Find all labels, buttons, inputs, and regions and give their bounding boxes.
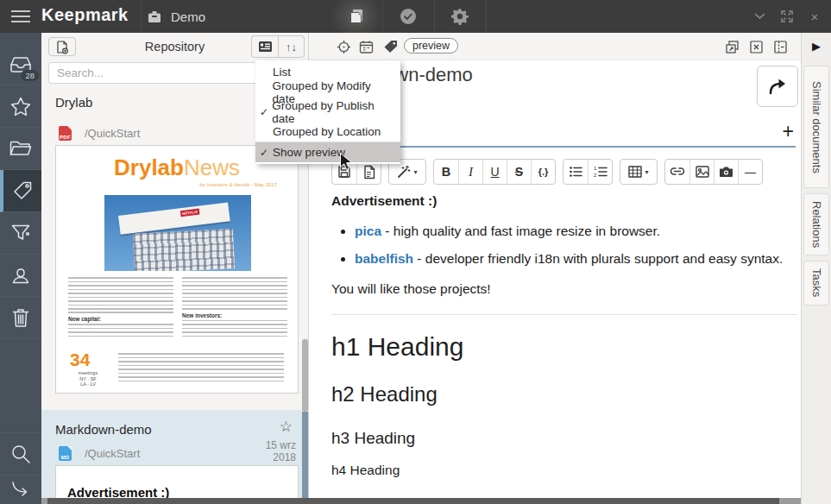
sidebar-item-tags[interactable]	[0, 170, 41, 212]
content-bullet-list: pica - high quality and fast image resiz…	[331, 220, 797, 269]
code-button[interactable]: {.}	[531, 160, 555, 184]
sort-button[interactable]: ↑↓	[278, 35, 305, 58]
strikethrough-button[interactable]: S	[507, 160, 531, 184]
pdf-stat-text	[118, 353, 284, 382]
bullet-list-button[interactable]	[563, 160, 588, 184]
md-file-icon: MD	[59, 446, 72, 461]
list-item-markdown-demo[interactable]: Markdown-demo ☆ MD /QuickStart 15 wrz 20…	[41, 410, 303, 504]
tab-tasks[interactable]: Tasks	[803, 261, 829, 306]
tab-demo[interactable]: Demo	[147, 0, 205, 33]
sidebar-item-contacts[interactable]	[0, 255, 41, 297]
sidebar-search-button[interactable]	[0, 432, 41, 475]
calendar-icon[interactable]	[359, 40, 374, 54]
content-heading: Advertisement :)	[331, 193, 797, 209]
menu-item-grouped-publish-date[interactable]: ✓Grouped by Publish date	[255, 102, 400, 122]
window-dock-icon[interactable]	[773, 40, 788, 54]
document-content[interactable]: Advertisement :) pica - high quality and…	[331, 193, 797, 478]
numbered-list-button[interactable]: 12	[588, 160, 612, 184]
app-title: Keepmark	[41, 5, 129, 25]
hamburger-menu-icon[interactable]	[11, 10, 30, 22]
tag-filled-icon[interactable]	[383, 39, 399, 54]
settings-button[interactable]	[434, 0, 486, 33]
sidebar-item-trash[interactable]	[0, 297, 41, 339]
pdf-stat-number: 34	[70, 351, 90, 369]
popout-window-icon[interactable]	[725, 40, 740, 54]
window-close-x-icon[interactable]	[749, 40, 764, 54]
titlebar: Keepmark Demo	[0, 0, 831, 33]
window-close-icon[interactable]: ×	[807, 9, 822, 24]
repository-scrollbar-thumb[interactable]	[302, 339, 308, 412]
content-divider	[331, 314, 797, 315]
table-button[interactable]: ▾	[620, 160, 657, 184]
left-sidebar: 28	[0, 33, 41, 504]
tags-divider	[331, 146, 796, 148]
app-window: Keepmark Demo	[0, 0, 831, 504]
selected-item-scroll-strip	[302, 412, 308, 504]
horizontal-scrollbar[interactable]	[41, 498, 801, 504]
sidebar-item-favorites[interactable]	[0, 85, 41, 128]
content-h4: h4 Heading	[331, 463, 797, 478]
link-button[interactable]	[665, 160, 689, 184]
favorite-star-icon[interactable]: ☆	[280, 418, 293, 436]
svg-text:2: 2	[594, 173, 597, 178]
svg-text:1: 1	[594, 166, 597, 171]
sidebar-item-inbox[interactable]: 28	[0, 43, 41, 85]
right-sidebar: ▶ Similar documents Relations Tasks	[801, 33, 831, 504]
drylab-subtitle: for investors & friends - May 2017	[199, 182, 277, 187]
share-button[interactable]	[757, 66, 798, 107]
pdf-text-column-1: New capital:	[68, 277, 173, 339]
menu-item-show-preview[interactable]: ✓Show preview	[255, 142, 400, 162]
content-paragraph: You will like those projects!	[331, 281, 797, 297]
menu-item-grouped-location[interactable]: ✓Grouped by Location	[255, 122, 400, 142]
locate-document-icon[interactable]	[337, 40, 351, 54]
tab-similar-documents[interactable]: Similar documents	[803, 66, 829, 188]
insert-image-button[interactable]	[689, 160, 714, 184]
tasks-view-button[interactable]	[382, 0, 434, 33]
item-title: Markdown-demo	[55, 422, 152, 437]
pdf-text-column-2: New investors:	[182, 277, 287, 339]
horizontal-scrollbar-thumb[interactable]	[47, 498, 779, 504]
view-options-button[interactable]	[251, 35, 278, 58]
check-circle-icon	[399, 7, 418, 26]
sidebar-jump-button[interactable]	[0, 475, 41, 504]
window-minimize-chevron-icon[interactable]	[752, 9, 767, 24]
document-row-pdf[interactable]: PDF /QuickStart	[59, 126, 140, 141]
view-options-menu: ✓List ✓Grouped by Modify date ✓Grouped b…	[255, 60, 400, 164]
sidebar-item-filters[interactable]	[0, 212, 41, 255]
content-h3: h3 Heading	[331, 429, 797, 448]
publish-date: 15 wrz 2018	[266, 439, 296, 463]
list-item: pica - high quality and fast image resiz…	[355, 220, 797, 242]
building-sign-label: NETFLIX	[180, 209, 200, 217]
pdf-preview-card[interactable]: DrylabNews for investors & friends - May…	[55, 145, 299, 394]
content-h2: h2 Heading	[331, 382, 797, 406]
sidebar-item-folders[interactable]	[0, 128, 41, 170]
inbox-count-badge: 28	[21, 70, 39, 81]
repository-box-icon	[147, 9, 162, 24]
building-photo: NETFLIX	[104, 195, 251, 271]
pica-link[interactable]: pica	[355, 224, 381, 238]
window-maximize-icon[interactable]	[779, 9, 795, 24]
repository-header: Repository ↑↓	[41, 33, 308, 60]
list-item: babelfish - developer friendly i18n with…	[355, 248, 797, 269]
horizontal-rule-button[interactable]: —	[738, 160, 762, 184]
pdf-stat-caption: meetings NY - SF LA - LV	[68, 370, 108, 387]
camera-button[interactable]	[714, 160, 738, 184]
group-label-drylab[interactable]: Drylab	[55, 95, 92, 110]
tag-chip-preview[interactable]: preview	[404, 38, 458, 54]
pdf-file-icon: PDF	[59, 126, 72, 141]
add-tag-button[interactable]: +	[783, 122, 794, 141]
documents-icon	[347, 7, 366, 26]
tab-relations[interactable]: Relations	[803, 193, 829, 255]
play-icon[interactable]: ▶	[802, 40, 831, 53]
document-toolbar-strip: preview	[309, 33, 801, 60]
babelfish-link[interactable]: babelfish	[355, 251, 413, 266]
bold-button[interactable]: B	[434, 160, 458, 184]
document-path: /QuickStart	[85, 127, 140, 140]
italic-button[interactable]: I	[458, 160, 482, 184]
mouse-cursor	[339, 152, 355, 173]
documents-view-button[interactable]	[331, 0, 382, 33]
document-path: /QuickStart	[85, 447, 140, 460]
gear-icon	[451, 8, 469, 25]
content-h1: h1 Heading	[331, 332, 797, 362]
underline-button[interactable]: U	[482, 160, 507, 184]
